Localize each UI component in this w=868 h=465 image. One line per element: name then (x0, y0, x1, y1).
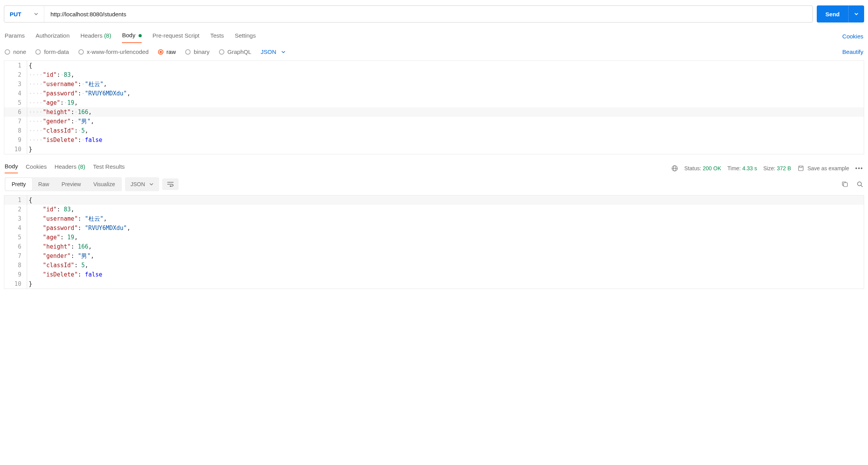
code-line: 8····"classId":·5, (4, 126, 864, 135)
response-body-viewer[interactable]: 1{2 "id": 83,3 "username": "杜云",4 "passw… (4, 195, 864, 289)
body-type-row: none form-data x-www-form-urlencoded raw… (4, 48, 864, 61)
tab-tests[interactable]: Tests (210, 30, 224, 43)
code-line: 1{ (4, 195, 864, 205)
body-modified-dot-icon (139, 34, 142, 37)
code-line: 5····"age":·19, (4, 98, 864, 107)
view-visualize[interactable]: Visualize (87, 178, 121, 190)
radio-graphql[interactable]: GraphQL (219, 48, 252, 55)
chevron-down-icon[interactable] (849, 12, 864, 16)
line-number: 5 (4, 233, 27, 242)
tab-headers-count: (8) (104, 32, 111, 39)
cookies-link[interactable]: Cookies (842, 33, 863, 40)
chevron-down-icon (34, 12, 38, 16)
size-group: Size: 372 B (763, 165, 791, 171)
line-number: 10 (4, 279, 27, 289)
save-example-label: Save as example (807, 165, 849, 171)
globe-icon[interactable] (671, 165, 678, 172)
search-button[interactable] (856, 181, 863, 188)
resp-tab-test-results[interactable]: Test Results (93, 163, 125, 173)
code-line: 1{ (4, 61, 864, 70)
code-content: "isDelete": false (27, 270, 864, 279)
code-content: "age": 19, (27, 233, 864, 242)
radio-binary[interactable]: binary (185, 48, 210, 55)
save-example-button[interactable]: Save as example (797, 165, 849, 172)
radio-raw[interactable]: raw (158, 48, 176, 55)
code-content: ····"password":·"RVUY6MDXdu", (27, 89, 864, 98)
line-number: 3 (4, 80, 27, 89)
radio-none[interactable]: none (5, 48, 26, 55)
line-number: 4 (4, 223, 27, 233)
copy-button[interactable] (842, 181, 849, 188)
response-format-label: JSON (130, 181, 145, 187)
code-content: "password": "RVUY6MDXdu", (27, 223, 864, 233)
resp-tab-body[interactable]: Body (5, 163, 18, 173)
tab-settings[interactable]: Settings (235, 30, 256, 43)
line-number: 8 (4, 126, 27, 135)
radio-form-data[interactable]: form-data (35, 48, 69, 55)
url-input[interactable] (44, 6, 812, 22)
svg-line-8 (861, 185, 863, 187)
code-line: 2 "id": 83, (4, 205, 864, 214)
code-line: 9 "isDelete": false (4, 270, 864, 279)
tab-params[interactable]: Params (5, 30, 25, 43)
code-line: 6····"height":·166, (4, 107, 864, 117)
tab-body[interactable]: Body (122, 29, 141, 43)
body-format-label: JSON (261, 48, 276, 55)
radio-xwww[interactable]: x-www-form-urlencoded (78, 48, 149, 55)
line-number: 4 (4, 89, 27, 98)
code-content: "height": 166, (27, 242, 864, 251)
line-number: 2 (4, 205, 27, 214)
code-line: 4····"password":·"RVUY6MDXdu", (4, 89, 864, 98)
radio-icon (35, 49, 41, 55)
code-content: { (27, 61, 864, 70)
tab-headers-label: Headers (80, 32, 102, 39)
code-content: ····"age":·19, (27, 98, 864, 107)
send-button[interactable]: Send (817, 5, 864, 22)
code-content: "gender": "男", (27, 251, 864, 261)
svg-rect-3 (799, 166, 803, 171)
view-mode-group: Pretty Raw Preview Visualize (5, 177, 122, 191)
code-line: 7····"gender":·"男", (4, 117, 864, 126)
code-content: "id": 83, (27, 205, 864, 214)
code-content: ····"id":·83, (27, 70, 864, 80)
wrap-lines-button[interactable] (162, 178, 179, 190)
code-line: 7 "gender": "男", (4, 251, 864, 261)
send-label: Send (817, 11, 848, 17)
line-number: 7 (4, 117, 27, 126)
method-label: PUT (10, 11, 21, 17)
code-content: ····"classId":·5, (27, 126, 864, 135)
line-number: 3 (4, 214, 27, 223)
view-raw[interactable]: Raw (32, 178, 56, 190)
more-options-button[interactable]: ••• (855, 165, 863, 171)
resp-tab-headers[interactable]: Headers (8) (54, 163, 85, 173)
resp-tab-cookies[interactable]: Cookies (26, 163, 47, 173)
body-format-select[interactable]: JSON (261, 48, 286, 55)
line-number: 1 (4, 61, 27, 70)
code-line: 5 "age": 19, (4, 233, 864, 242)
line-number: 10 (4, 145, 27, 154)
code-content: ····"gender":·"男", (27, 117, 864, 126)
code-content: "classId": 5, (27, 261, 864, 270)
code-content: ····"isDelete":·false (27, 135, 864, 145)
tab-authorization[interactable]: Authorization (36, 30, 70, 43)
request-tabs: Params Authorization Headers (8) Body Pr… (4, 29, 864, 43)
line-number: 8 (4, 261, 27, 270)
line-number: 9 (4, 135, 27, 145)
request-input-group: PUT (4, 5, 813, 22)
view-pretty[interactable]: Pretty (5, 178, 32, 190)
code-content: ····"username":·"杜云", (27, 80, 864, 89)
chevron-down-icon (149, 182, 154, 187)
tab-headers[interactable]: Headers (8) (80, 30, 111, 43)
code-content: } (27, 145, 864, 154)
beautify-button[interactable]: Beautify (842, 48, 863, 55)
radio-icon (185, 49, 191, 55)
tab-prerequest[interactable]: Pre-request Script (153, 30, 200, 43)
svg-point-7 (858, 182, 861, 186)
response-controls: Pretty Raw Preview Visualize JSON (4, 173, 864, 195)
request-body-editor[interactable]: 1{2····"id":·83,3····"username":·"杜云",4·… (4, 61, 864, 154)
view-preview[interactable]: Preview (56, 178, 87, 190)
response-format-select[interactable]: JSON (125, 177, 159, 191)
radio-icon (5, 49, 10, 55)
code-content: ····"height":·166, (27, 107, 864, 117)
method-select[interactable]: PUT (4, 6, 44, 22)
